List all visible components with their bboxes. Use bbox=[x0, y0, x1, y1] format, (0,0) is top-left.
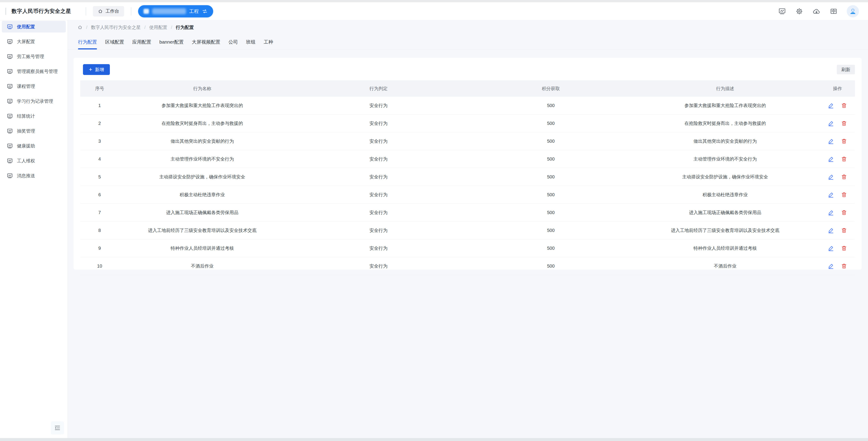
trash-icon bbox=[841, 138, 847, 144]
delete-button[interactable] bbox=[841, 102, 847, 109]
monitor-chart-icon bbox=[7, 143, 13, 149]
cell-name: 在抢险救灾时挺身而出，主动参与救援的 bbox=[119, 114, 285, 132]
table-row-3: 3 做出其他突出的安全贡献的行为 安全行为 500 做出其他突出的安全贡献的行为 bbox=[80, 132, 855, 150]
edit-button[interactable] bbox=[828, 156, 834, 162]
sidebar-item-label: 学习行为记录管理 bbox=[17, 98, 53, 104]
table-body: 1 参加重大救援和重大抢险工作表现突出的 安全行为 500 参加重大救援和重大抢… bbox=[80, 97, 855, 275]
user-avatar[interactable] bbox=[847, 5, 859, 18]
cell-description: 做出其他突出的安全贡献的行为 bbox=[630, 132, 820, 150]
cell-judgement: 安全行为 bbox=[285, 150, 471, 168]
tab[interactable]: 应用配置 bbox=[132, 39, 151, 49]
sidebar-item-5[interactable]: 学习行为记录管理 bbox=[2, 95, 66, 107]
tab-label: 工种 bbox=[264, 39, 273, 44]
column-header-judgement: 行为判定 bbox=[285, 80, 471, 97]
plus-icon: + bbox=[89, 66, 92, 72]
cell-actions bbox=[820, 204, 855, 222]
cell-judgement: 安全行为 bbox=[285, 114, 471, 132]
edit-button[interactable] bbox=[828, 245, 834, 251]
tab[interactable]: banner配置 bbox=[159, 39, 184, 49]
trash-icon bbox=[841, 102, 847, 109]
table-row-9: 9 特种作业人员经培训并通过考核 安全行为 500 特种作业人员经培训并通过考核 bbox=[80, 239, 855, 257]
cell-index: 7 bbox=[80, 204, 119, 222]
delete-button[interactable] bbox=[841, 209, 847, 216]
tab[interactable]: 公司 bbox=[228, 39, 238, 49]
delete-button[interactable] bbox=[841, 227, 847, 234]
workbench-button[interactable]: 工作台 bbox=[93, 6, 124, 16]
delete-button[interactable] bbox=[841, 138, 847, 144]
sidebar-item-label: 劳工账号管理 bbox=[17, 54, 44, 60]
edit-button[interactable] bbox=[828, 192, 834, 198]
breadcrumb-item[interactable]: / 行为配置 bbox=[167, 24, 194, 31]
settings-button[interactable] bbox=[795, 7, 803, 15]
brand-accent-bar bbox=[5, 8, 6, 15]
delete-button[interactable] bbox=[841, 245, 847, 251]
delete-button[interactable] bbox=[841, 120, 847, 127]
tab[interactable]: 大屏视频配置 bbox=[192, 39, 220, 49]
breadcrumb-home-icon[interactable] bbox=[78, 25, 83, 30]
sidebar-item-4[interactable]: 课程管理 bbox=[2, 80, 66, 92]
cloud-download-icon bbox=[813, 7, 820, 15]
tab-label: 行为配置 bbox=[78, 39, 97, 44]
sidebar-item-label: 工人维权 bbox=[17, 158, 35, 164]
collapse-sidebar-icon bbox=[54, 425, 61, 431]
sidebar-item-2[interactable]: 劳工账号管理 bbox=[2, 50, 66, 62]
sidebar-item-8[interactable]: 健康援助 bbox=[2, 140, 66, 152]
sidebar-item-10[interactable]: 消息推送 bbox=[2, 170, 66, 181]
edit-button[interactable] bbox=[828, 209, 834, 216]
sidebar-item-label: 消息推送 bbox=[17, 173, 35, 179]
add-button-label: 新增 bbox=[95, 67, 104, 73]
cell-points: 500 bbox=[471, 257, 630, 275]
cell-points: 500 bbox=[471, 186, 630, 204]
tab[interactable]: 工种 bbox=[264, 39, 273, 49]
delete-button[interactable] bbox=[841, 192, 847, 198]
column-header-index: 序号 bbox=[80, 80, 119, 97]
add-button[interactable]: + 新增 bbox=[83, 64, 110, 75]
edit-button[interactable] bbox=[828, 227, 834, 234]
delete-button[interactable] bbox=[841, 174, 847, 180]
cell-actions bbox=[820, 257, 855, 275]
user-icon bbox=[848, 7, 857, 15]
cell-judgement: 安全行为 bbox=[285, 204, 471, 222]
project-suffix: 工程 bbox=[189, 8, 199, 14]
sidebar-item-3[interactable]: 管理观察员账号管理 bbox=[2, 66, 66, 77]
sidebar-item-9[interactable]: 工人维权 bbox=[2, 155, 66, 167]
tab[interactable]: 班组 bbox=[246, 39, 255, 49]
sidebar-item-1[interactable]: 大屏配置 bbox=[2, 36, 66, 47]
sidebar-item-0[interactable]: 使用配置 bbox=[2, 21, 66, 33]
cell-description: 进入工地前经历了三级安全教育培训以及安全技术交底 bbox=[630, 222, 820, 239]
sidebar: 使用配置 大屏配置 bbox=[0, 20, 68, 438]
edit-pencil-icon bbox=[828, 174, 834, 180]
monitor-chart-icon bbox=[7, 24, 13, 30]
docs-button[interactable] bbox=[830, 7, 838, 15]
cell-index: 9 bbox=[80, 239, 119, 257]
collapse-sidebar-button[interactable] bbox=[51, 421, 64, 435]
breadcrumb-separator: / bbox=[171, 25, 172, 30]
monitor-chart-icon bbox=[7, 173, 13, 179]
sidebar-item-7[interactable]: 抽奖管理 bbox=[2, 125, 66, 137]
delete-button[interactable] bbox=[841, 156, 847, 162]
breadcrumb-item[interactable]: / 数字人民币行为安全之星 bbox=[83, 24, 141, 31]
refresh-button[interactable]: 刷新 bbox=[837, 65, 855, 74]
project-switcher[interactable]: 工程 bbox=[138, 5, 213, 18]
breadcrumb-item[interactable]: / 使用配置 bbox=[141, 24, 167, 31]
book-icon bbox=[830, 7, 837, 15]
edit-button[interactable] bbox=[828, 138, 834, 144]
monitor-chart-icon bbox=[7, 39, 13, 45]
switch-project-icon bbox=[202, 8, 208, 14]
cell-actions bbox=[820, 222, 855, 239]
delete-button[interactable] bbox=[841, 263, 847, 269]
dashboard-button[interactable] bbox=[778, 7, 786, 15]
edit-button[interactable] bbox=[828, 263, 834, 269]
cloud-download-button[interactable] bbox=[812, 7, 820, 15]
column-header-description: 行为描述 bbox=[630, 80, 820, 97]
column-header-name: 行为名称 bbox=[119, 80, 285, 97]
trash-icon bbox=[841, 245, 847, 251]
sidebar-item-6[interactable]: 结算统计 bbox=[2, 110, 66, 122]
tab[interactable]: 区域配置 bbox=[105, 39, 124, 49]
edit-button[interactable] bbox=[828, 102, 834, 109]
cell-judgement: 安全行为 bbox=[285, 168, 471, 186]
tab[interactable]: 行为配置 bbox=[78, 39, 97, 49]
edit-button[interactable] bbox=[828, 120, 834, 127]
edit-button[interactable] bbox=[828, 174, 834, 180]
sidebar-item-label: 结算统计 bbox=[17, 113, 35, 119]
